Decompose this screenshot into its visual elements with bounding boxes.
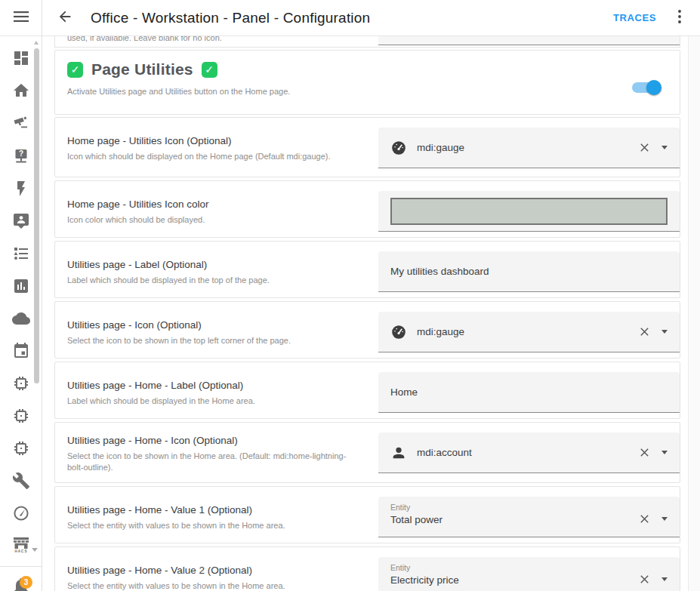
row-title: Utilities page - Home - Label (Optional) [67, 379, 362, 392]
dropdown-caret-icon[interactable] [661, 577, 668, 581]
sidebar-item-cameras[interactable] [12, 114, 30, 132]
check-mark-emoji-icon: ✓ [67, 62, 83, 78]
sidebar-item-network-help[interactable]: ? [12, 147, 30, 165]
config-row-home-value-1: Utilities page - Home - Value 1 (Optiona… [54, 486, 680, 543]
gauge-icon [390, 324, 407, 340]
row-description: Icon which should be displayed on the Ho… [67, 151, 362, 162]
hacs-collapse-caret-icon[interactable] [32, 548, 38, 552]
sidebar-item-developer-tools[interactable] [12, 472, 30, 490]
config-row-utilities-page-icon: Utilities page - Icon (Optional) Select … [54, 301, 680, 359]
sidebar-item-hacs[interactable]: HACS [12, 536, 30, 554]
dropdown-caret-icon[interactable] [661, 330, 668, 334]
row-title: Utilities page - Home - Icon (Optional) [67, 434, 362, 447]
arrow-left-icon [57, 8, 73, 28]
toggle-thumb [646, 80, 661, 95]
entity-floating-label: Entity [390, 503, 668, 512]
sidebar-item-home[interactable] [12, 82, 30, 100]
clear-icon[interactable] [638, 447, 650, 459]
row-title: Utilities page - Icon (Optional) [67, 319, 362, 331]
memory-chip-icon [12, 439, 30, 457]
row-description: Icon color which should be displayed. [67, 214, 362, 226]
sidebar-item-energy[interactable] [12, 180, 30, 198]
sidebar-item-esphome-1[interactable] [12, 374, 30, 392]
clipped-input-field[interactable] [378, 36, 680, 45]
cctv-icon [12, 114, 30, 132]
traces-button[interactable]: TRACES [606, 6, 664, 29]
message-account-icon [12, 212, 30, 230]
sidebar-item-esphome-3[interactable] [12, 439, 30, 457]
gauge-icon [390, 140, 407, 156]
sidebar-divider [0, 566, 42, 567]
menu-button[interactable] [0, 0, 42, 36]
memory-chip-icon [12, 407, 30, 425]
row-description: Select the entity with values to be show… [67, 520, 362, 531]
row-title: Home page - Utilities Icon (Optional) [67, 134, 362, 147]
content-scroll-gutter[interactable] [688, 36, 700, 591]
sidebar-item-calendar[interactable] [12, 342, 30, 360]
field-value: mdi:gauge [417, 142, 638, 153]
row-description: Label which should be displayed in the H… [67, 396, 362, 407]
sidebar-scroll-up-arrow[interactable] [34, 41, 39, 45]
entity-floating-label: Entity [390, 563, 668, 572]
dropdown-caret-icon[interactable] [661, 517, 668, 521]
dropdown-caret-icon[interactable] [661, 146, 668, 149]
sidebar-item-speedtest[interactable] [12, 504, 30, 522]
view-dashboard-icon [12, 49, 30, 67]
page-title: Office - Workstation - Panel - Configura… [91, 10, 370, 26]
check-mark-emoji-icon: ✓ [202, 62, 217, 78]
speedometer-icon [12, 504, 30, 522]
sidebar-item-persons[interactable] [12, 212, 30, 230]
entity-picker-field[interactable]: Entity Electricity price [378, 557, 680, 591]
row-description: Select the entity with values to be show… [67, 580, 362, 591]
section-title: Page Utilities [91, 60, 193, 78]
hacs-store-icon [13, 537, 29, 549]
clear-icon[interactable] [638, 513, 650, 525]
field-value: Electricity price [390, 574, 638, 586]
back-button[interactable] [56, 9, 74, 27]
wrench-icon [12, 472, 30, 490]
clear-icon[interactable] [638, 573, 650, 585]
config-row-icon-color: Home page - Utilities Icon color Icon co… [54, 180, 680, 238]
home-icon [12, 82, 30, 100]
row-title: Utilities page - Home - Value 1 (Optiona… [67, 503, 362, 516]
main-area: Office - Workstation - Panel - Configura… [42, 0, 700, 591]
overflow-menu-button[interactable] [670, 8, 689, 28]
config-row-home-icon: Utilities page - Home - Icon (Optional) … [54, 422, 680, 483]
kebab-menu-icon [678, 10, 681, 26]
icon-picker-field[interactable]: mdi:account [378, 432, 680, 473]
page-utilities-toggle[interactable] [632, 82, 659, 93]
sidebar-item-esphome-2[interactable] [12, 407, 30, 425]
field-value: Home [390, 386, 668, 398]
icon-picker-field[interactable]: mdi:gauge [378, 312, 680, 352]
clear-icon[interactable] [638, 326, 650, 338]
svg-text:?: ? [19, 149, 23, 158]
row-title: Utilities page - Home - Value 2 (Optiona… [67, 564, 362, 577]
sidebar-item-todo-lists[interactable] [12, 245, 30, 263]
config-row-clipped: used, if available. Leave blank for no i… [54, 36, 680, 48]
color-swatch[interactable] [390, 198, 668, 225]
text-input-field[interactable]: My utilities dashboard [378, 251, 680, 292]
field-value: My utilities dashboard [390, 266, 668, 277]
clear-icon[interactable] [638, 142, 650, 154]
color-picker-field[interactable] [378, 191, 680, 232]
dropdown-caret-icon[interactable] [661, 451, 668, 454]
text-input-field[interactable]: Home [378, 372, 680, 413]
sidebar-scrollbar[interactable] [34, 48, 39, 383]
field-value: Total power [390, 514, 638, 525]
sidebar-item-cloud[interactable] [12, 309, 30, 328]
account-icon [390, 445, 407, 461]
sidebar-item-dashboard[interactable] [12, 49, 30, 67]
header: Office - Workstation - Panel - Configura… [42, 0, 700, 36]
entity-picker-field[interactable]: Entity Total power [378, 497, 680, 537]
calendar-icon [12, 342, 30, 360]
field-value: mdi:gauge [417, 326, 638, 337]
row-description: Label which should be displayed in the t… [67, 275, 362, 286]
sidebar: ? HACS 3 [0, 0, 42, 591]
icon-picker-field[interactable]: mdi:gauge [378, 128, 680, 168]
config-row-home-value-2: Utilities page - Home - Value 2 (Optiona… [54, 546, 680, 591]
hacs-label: HACS [14, 549, 27, 553]
config-row-home-utilities-icon: Home page - Utilities Icon (Optional) Ic… [54, 117, 680, 177]
sidebar-item-statistics[interactable] [12, 277, 30, 295]
help-network-icon: ? [12, 147, 30, 165]
section-description: Activate Utilities page and Utilities bu… [55, 78, 680, 96]
